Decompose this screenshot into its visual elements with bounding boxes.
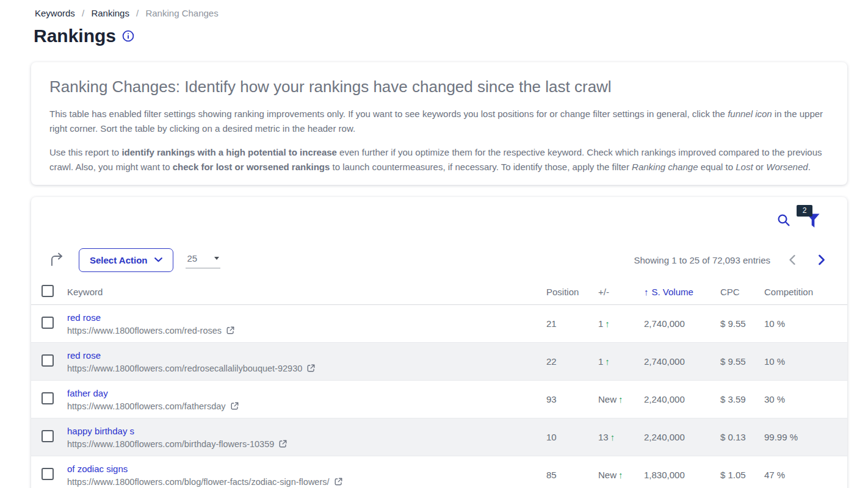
info-circle-icon[interactable] xyxy=(122,30,134,42)
volume-value: 2,740,000 xyxy=(644,318,720,329)
rank-up-arrow-icon: ↑ xyxy=(610,432,615,442)
keyword-link[interactable]: red rose xyxy=(67,350,539,361)
keyword-url-text: https://www.1800flowers.com/red-roses xyxy=(67,326,222,336)
ranking-changes-table-card: 2 Select Action 25 xyxy=(31,197,847,488)
external-link-icon[interactable] xyxy=(278,439,288,448)
competition-value: 30 % xyxy=(764,394,847,404)
header-keyword[interactable]: Keyword xyxy=(67,287,546,297)
chevron-left-icon[interactable] xyxy=(789,254,796,265)
keyword-url-text: https://www.1800flowers.com/fathersday xyxy=(67,401,226,411)
intro-heading: Ranking Changes: Identify how your ranki… xyxy=(49,77,829,96)
change-value: 13 xyxy=(598,432,609,442)
rank-up-arrow-icon: ↑ xyxy=(605,356,610,367)
caret-down-icon xyxy=(214,257,219,260)
showing-entries-text: Showing 1 to 25 of 72,093 entries xyxy=(634,255,771,265)
competition-value: 47 % xyxy=(764,470,847,480)
external-link-icon[interactable] xyxy=(334,477,343,486)
position-value: 85 xyxy=(546,470,598,480)
keyword-url-text: https://www.1800flowers.com/redrosecalla… xyxy=(67,364,302,373)
intro-paragraph-1: This table has enabled filter settings s… xyxy=(49,107,829,136)
select-action-label: Select Action xyxy=(90,255,147,265)
external-link-icon[interactable] xyxy=(230,401,239,411)
position-value: 93 xyxy=(546,394,598,404)
volume-value: 1,830,000 xyxy=(644,470,720,480)
cpc-value: $ 1.05 xyxy=(720,470,764,480)
page-title-text: Rankings xyxy=(34,26,116,46)
competition-value: 10 % xyxy=(764,318,847,329)
keyword-url-text: https://www.1800flowers.com/blog/flower-… xyxy=(67,477,330,487)
row-checkbox[interactable] xyxy=(42,430,54,442)
breadcrumb-separator: / xyxy=(136,8,139,18)
header-competition[interactable]: Competition xyxy=(764,287,847,297)
breadcrumb-keywords[interactable]: Keywords xyxy=(35,8,75,18)
external-link-icon[interactable] xyxy=(226,326,235,335)
card-icon-strip: 2 xyxy=(31,197,847,234)
header-s-volume-label: S. Volume xyxy=(652,287,693,297)
table-row: happy birthday s https://www.1800flowers… xyxy=(31,418,847,456)
page-size-select[interactable]: 25 xyxy=(186,252,220,268)
table-row: red rose https://www.1800flowers.com/red… xyxy=(31,305,847,343)
page-size-value: 25 xyxy=(187,253,197,264)
rank-up-arrow-icon: ↑ xyxy=(618,470,623,480)
position-value: 21 xyxy=(546,318,598,329)
cpc-value: $ 9.55 xyxy=(720,356,764,367)
table-row: red rose https://www.1800flowers.com/red… xyxy=(31,343,847,381)
page-title: Rankings xyxy=(34,26,868,46)
change-value: New xyxy=(598,394,617,404)
keyword-url-text: https://www.1800flowers.com/birthday-flo… xyxy=(67,439,274,449)
rank-up-arrow-icon: ↑ xyxy=(605,318,610,329)
keyword-link[interactable]: of zodiac signs xyxy=(67,464,539,474)
position-value: 10 xyxy=(546,432,598,442)
ranking-changes-table: Keyword Position +/- ↑S. Volume CPC Comp… xyxy=(31,279,847,488)
header-s-volume[interactable]: ↑S. Volume xyxy=(644,287,720,297)
chevron-down-icon xyxy=(154,257,162,262)
header-cpc[interactable]: CPC xyxy=(720,287,764,297)
cpc-value: $ 3.59 xyxy=(720,394,764,404)
filter-count-badge: 2 xyxy=(797,205,812,217)
header-position[interactable]: Position xyxy=(546,287,598,297)
header-change[interactable]: +/- xyxy=(598,287,644,297)
cpc-value: $ 9.55 xyxy=(720,318,764,329)
volume-value: 2,240,000 xyxy=(644,432,720,442)
competition-value: 10 % xyxy=(764,356,847,367)
rankings-page: Keywords / Rankings / Ranking Changes Ra… xyxy=(0,0,868,488)
change-value: 1 xyxy=(598,356,603,367)
row-checkbox[interactable] xyxy=(42,392,54,404)
volume-value: 2,740,000 xyxy=(644,356,720,367)
breadcrumb-rankings[interactable]: Rankings xyxy=(91,8,129,18)
intro-paragraph-2: Use this report to identify rankings wit… xyxy=(49,145,829,174)
keyword-link[interactable]: happy birthday s xyxy=(67,426,539,436)
keyword-link[interactable]: father day xyxy=(67,388,539,398)
row-checkbox[interactable] xyxy=(42,354,54,367)
export-arrow-icon[interactable] xyxy=(49,253,64,267)
chevron-right-icon[interactable] xyxy=(818,254,825,265)
select-action-dropdown[interactable]: Select Action xyxy=(79,248,173,272)
search-icon[interactable] xyxy=(776,213,791,228)
competition-value: 99.99 % xyxy=(764,432,847,442)
external-link-icon[interactable] xyxy=(306,364,316,373)
breadcrumb: Keywords / Rankings / Ranking Changes xyxy=(0,0,868,18)
intro-card: Ranking Changes: Identify how your ranki… xyxy=(31,62,847,185)
row-checkbox[interactable] xyxy=(42,468,54,480)
table-header-row: Keyword Position +/- ↑S. Volume CPC Comp… xyxy=(31,279,847,305)
breadcrumb-current: Ranking Changes xyxy=(145,8,218,18)
rank-up-arrow-icon: ↑ xyxy=(618,394,623,404)
sort-arrow-up-icon: ↑ xyxy=(644,287,649,297)
select-all-checkbox[interactable] xyxy=(42,285,54,297)
table-toolbar: Select Action 25 Showing 1 to 25 of 72,0… xyxy=(31,248,847,272)
position-value: 22 xyxy=(546,356,598,367)
change-value: 1 xyxy=(598,318,603,329)
row-checkbox[interactable] xyxy=(42,317,54,329)
change-value: New xyxy=(598,470,617,480)
cpc-value: $ 0.13 xyxy=(720,432,764,442)
breadcrumb-separator: / xyxy=(82,8,84,18)
table-row: father day https://www.1800flowers.com/f… xyxy=(31,381,847,418)
table-body: red rose https://www.1800flowers.com/red… xyxy=(31,305,847,488)
volume-value: 2,240,000 xyxy=(644,394,720,404)
keyword-link[interactable]: red rose xyxy=(67,312,539,323)
table-row: of zodiac signs https://www.1800flowers.… xyxy=(31,456,847,488)
